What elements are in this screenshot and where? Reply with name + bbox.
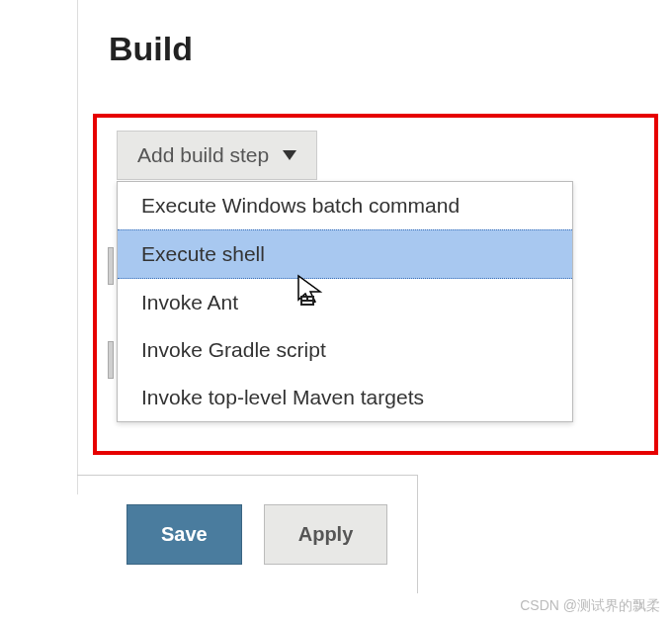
dropdown-item-label: Execute Windows batch command <box>141 194 460 217</box>
section-title-build: Build <box>109 30 193 68</box>
drag-handle[interactable] <box>108 341 114 379</box>
dropdown-item-invoke-maven[interactable]: Invoke top-level Maven targets <box>118 374 572 421</box>
panel-left-border <box>77 0 78 494</box>
svg-rect-3 <box>308 298 312 300</box>
add-build-step-button[interactable]: Add build step <box>117 131 317 180</box>
save-button[interactable]: Save <box>126 504 242 565</box>
svg-rect-1 <box>300 296 314 306</box>
divider <box>417 475 418 593</box>
svg-rect-2 <box>302 298 306 300</box>
dropdown-item-label: Invoke top-level Maven targets <box>141 386 424 408</box>
svg-rect-4 <box>302 302 312 304</box>
drag-handle[interactable] <box>108 247 114 285</box>
apply-button[interactable]: Apply <box>264 504 388 565</box>
footer-buttons: Save Apply <box>126 504 387 565</box>
dropdown-item-invoke-gradle[interactable]: Invoke Gradle script <box>118 326 572 374</box>
build-step-dropdown: Execute Windows batch command Execute sh… <box>117 181 573 422</box>
mouse-cursor-icon <box>296 274 324 308</box>
add-build-step-label: Add build step <box>137 143 269 167</box>
dropdown-item-label: Execute shell <box>141 242 265 265</box>
watermark-text: CSDN @测试界的飘柔 <box>520 597 660 615</box>
dropdown-item-execute-windows-batch[interactable]: Execute Windows batch command <box>118 182 572 229</box>
dropdown-item-invoke-ant[interactable]: Invoke Ant <box>118 279 572 326</box>
caret-down-icon <box>283 150 296 160</box>
apply-button-label: Apply <box>298 523 354 545</box>
save-button-label: Save <box>161 523 208 545</box>
dropdown-item-label: Invoke Gradle script <box>141 338 326 361</box>
dropdown-item-execute-shell[interactable]: Execute shell <box>118 229 572 279</box>
dropdown-item-label: Invoke Ant <box>141 291 238 313</box>
divider <box>77 475 418 476</box>
